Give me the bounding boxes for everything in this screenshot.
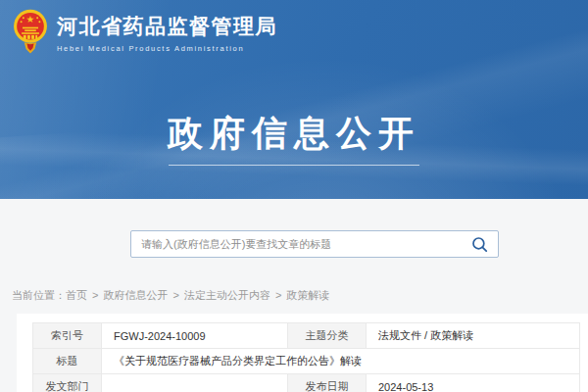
site-title: 河北省药品监督管理局 (57, 13, 277, 40)
breadcrumb-item-info-disclosure[interactable]: 政府信息公开 (103, 289, 168, 301)
breadcrumb-separator: > (92, 289, 98, 301)
site-logo-link[interactable]: ★ 河北省药品监督管理局 Hebei Medical Products Admi… (13, 8, 277, 57)
search-bar (130, 230, 499, 258)
index-number-label: 索引号 (33, 323, 102, 349)
index-number-value: FGWJ-2024-10009 (102, 323, 288, 349)
publish-date-label: 发布日期 (288, 374, 367, 392)
svg-text:★: ★ (26, 14, 35, 24)
breadcrumb-separator: > (172, 289, 178, 301)
document-panel: 索引号 FGWJ-2024-10009 主题分类 法规文件 / 政策解读 标题 … (17, 314, 588, 392)
table-row: 发文部门 发布日期 2024-05-13 (33, 374, 580, 392)
banner-underline (169, 165, 419, 166)
title-label: 标题 (33, 349, 102, 374)
search-button[interactable] (465, 231, 494, 257)
issuing-department-value (102, 374, 288, 392)
site-subtitle: Hebei Medical Products Administration (57, 44, 277, 53)
site-hero-banner: ★ 河北省药品监督管理局 Hebei Medical Products Admi… (0, 0, 588, 199)
site-title-block: 河北省药品监督管理局 Hebei Medical Products Admini… (57, 13, 277, 53)
document-info-table: 索引号 FGWJ-2024-10009 主题分类 法规文件 / 政策解读 标题 … (32, 322, 580, 392)
issuing-department-label: 发文部门 (33, 374, 102, 392)
publish-date-value: 2024-05-13 (367, 374, 580, 392)
topic-category-value: 法规文件 / 政策解读 (367, 323, 580, 349)
breadcrumb-item-statutory-disclosure[interactable]: 法定主动公开内容 (184, 289, 270, 301)
search-icon (471, 236, 488, 253)
breadcrumb: 当前位置：首页>政府信息公开>法定主动公开内容>政策解读 (12, 288, 329, 303)
page-content: 当前位置：首页>政府信息公开>法定主动公开内容>政策解读 索引号 FGWJ-20… (0, 199, 588, 392)
breadcrumb-item-policy-interpretation[interactable]: 政策解读 (286, 289, 329, 301)
breadcrumb-separator: > (275, 289, 281, 301)
title-value: 《关于规范医疗器械产品分类界定工作的公告》解读 (102, 349, 580, 374)
china-national-emblem-icon: ★ (13, 8, 48, 57)
table-row: 标题 《关于规范医疗器械产品分类界定工作的公告》解读 (33, 349, 580, 374)
search-input[interactable] (131, 231, 498, 257)
table-row: 索引号 FGWJ-2024-10009 主题分类 法规文件 / 政策解读 (33, 323, 580, 349)
breadcrumb-prefix: 当前位置： (12, 289, 66, 301)
topic-category-label: 主题分类 (288, 323, 367, 349)
page-banner-title: 政府信息公开 (0, 110, 588, 158)
breadcrumb-item-home[interactable]: 首页 (66, 289, 87, 301)
